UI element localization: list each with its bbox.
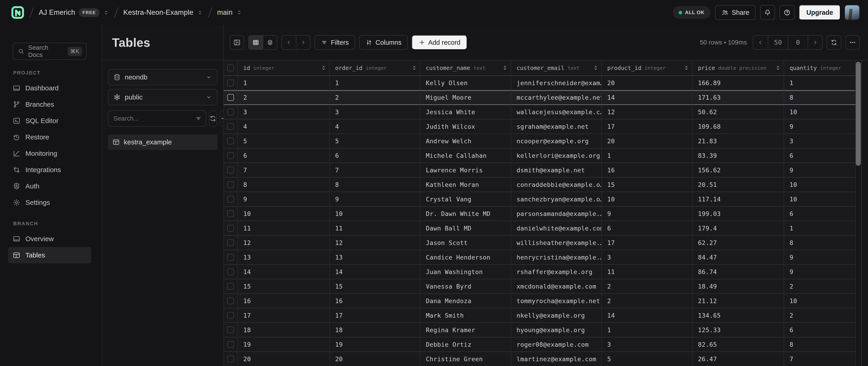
table-cell-order_id[interactable]: 13 — [330, 250, 421, 265]
row-checkbox[interactable] — [227, 138, 234, 144]
row-checkbox[interactable] — [227, 94, 234, 101]
sidebar-item-overview[interactable]: Overview — [8, 231, 91, 247]
table-cell-customer_name[interactable]: Regina Kramer — [421, 323, 511, 337]
table-cell-customer_email[interactable]: hyoung@example.org — [511, 323, 602, 337]
table-cell-customer_email[interactable]: ncooper@example.org — [511, 134, 602, 148]
table-cell-customer_email[interactable]: tommyrocha@example.net — [511, 294, 602, 308]
sidebar-item-tables[interactable]: Tables — [8, 247, 91, 263]
table-cell-id[interactable]: 5 — [238, 134, 330, 148]
table-cell-customer_name[interactable]: Candice Henderson — [421, 250, 511, 265]
table-cell-customer_email[interactable]: danielwhite@example.com — [511, 221, 602, 236]
row-checkbox[interactable] — [227, 298, 234, 304]
table-cell-quantity[interactable]: 1 — [784, 76, 856, 90]
table-cell-order_id[interactable]: 6 — [330, 148, 421, 163]
table-cell-product_id[interactable]: 2 — [602, 279, 692, 294]
sidebar-item-auth[interactable]: Auth — [8, 178, 91, 194]
table-cell-customer_email[interactable]: parsonsamanda@example.… — [511, 206, 602, 221]
scrollbar-track[interactable] — [861, 60, 862, 366]
prev-table-button[interactable] — [282, 36, 296, 49]
table-cell-product_id[interactable]: 3 — [602, 337, 692, 352]
table-cell-order_id[interactable]: 14 — [330, 265, 421, 279]
row-checkbox[interactable] — [227, 254, 234, 261]
database-select[interactable]: neondb — [108, 69, 217, 85]
table-cell-id[interactable]: 15 — [238, 279, 330, 294]
table-cell-customer_name[interactable]: Michele Callahan — [421, 148, 511, 163]
table-cell-id[interactable]: 12 — [238, 236, 330, 250]
row-checkbox[interactable] — [227, 356, 234, 362]
row-checkbox[interactable] — [227, 210, 234, 217]
select-all-checkbox[interactable] — [227, 64, 234, 71]
table-cell-product_id[interactable]: 1 — [602, 148, 692, 163]
table-cell-product_id[interactable]: 16 — [602, 163, 692, 177]
project-switcher-icon[interactable] — [197, 9, 203, 16]
next-table-button[interactable] — [296, 36, 310, 49]
notifications-button[interactable] — [760, 5, 775, 20]
table-cell-quantity[interactable]: 7 — [784, 352, 856, 366]
table-cell-price[interactable]: 134.65 — [692, 308, 784, 323]
sidebar-item-sql-editor[interactable]: SQL Editor — [8, 113, 91, 129]
table-cell-product_id[interactable]: 15 — [602, 177, 692, 192]
row-checkbox[interactable] — [227, 312, 234, 319]
row-checkbox[interactable] — [227, 239, 234, 246]
sort-icon[interactable] — [502, 65, 508, 71]
sort-icon[interactable] — [683, 65, 689, 71]
row-checkbox[interactable] — [227, 181, 234, 188]
table-cell-price[interactable]: 84.47 — [692, 250, 784, 265]
table-cell-product_id[interactable]: 20 — [602, 76, 692, 90]
table-cell-customer_name[interactable]: Dana Mendoza — [421, 294, 511, 308]
column-header-order_id[interactable]: order_idinteger — [330, 60, 421, 76]
table-cell-price[interactable]: 86.74 — [692, 265, 784, 279]
table-cell-product_id[interactable]: 17 — [602, 236, 692, 250]
row-checkbox[interactable] — [227, 196, 234, 202]
sort-icon[interactable] — [775, 65, 781, 71]
table-cell-price[interactable]: 171.63 — [692, 90, 784, 105]
table-cell-product_id[interactable]: 12 — [602, 105, 692, 119]
grid-view-button[interactable] — [249, 36, 263, 49]
table-cell-order_id[interactable]: 17 — [330, 308, 421, 323]
table-cell-quantity[interactable]: 8 — [784, 90, 856, 105]
table-cell-product_id[interactable]: 20 — [602, 134, 692, 148]
table-cell-product_id[interactable]: 2 — [602, 294, 692, 308]
table-cell-order_id[interactable]: 20 — [330, 352, 421, 366]
sort-icon[interactable] — [321, 65, 327, 71]
table-cell-quantity[interactable]: 8 — [784, 236, 856, 250]
row-checkbox[interactable] — [227, 123, 234, 130]
table-cell-price[interactable]: 166.89 — [692, 76, 784, 90]
sidebar-item-settings[interactable]: Settings — [8, 194, 91, 211]
table-cell-id[interactable]: 7 — [238, 163, 330, 177]
table-cell-price[interactable]: 21.83 — [692, 134, 784, 148]
row-checkbox[interactable] — [227, 225, 234, 232]
column-header-price[interactable]: pricedouble precision — [692, 60, 784, 76]
table-cell-customer_name[interactable]: Judith Wilcox — [421, 119, 511, 134]
table-cell-customer_email[interactable]: rshaffer@example.org — [511, 265, 602, 279]
table-cell-customer_email[interactable]: willisheather@example.… — [511, 236, 602, 250]
table-cell-price[interactable]: 109.68 — [692, 119, 784, 134]
table-cell-product_id[interactable]: 17 — [602, 119, 692, 134]
sort-icon[interactable] — [593, 65, 599, 71]
table-cell-price[interactable]: 62.27 — [692, 236, 784, 250]
table-cell-price[interactable]: 21.12 — [692, 294, 784, 308]
search-docs-button[interactable]: Search Docs ⌘K — [13, 43, 87, 60]
status-badge[interactable]: ALL OK — [673, 6, 710, 19]
row-checkbox[interactable] — [227, 327, 234, 333]
table-cell-price[interactable]: 199.03 — [692, 206, 784, 221]
table-cell-id[interactable]: 11 — [238, 221, 330, 236]
table-cell-product_id[interactable]: 3 — [602, 250, 692, 265]
table-cell-quantity[interactable]: 9 — [784, 119, 856, 134]
avatar[interactable] — [845, 5, 859, 20]
column-header-quantity[interactable]: quantityinteger — [784, 60, 856, 76]
table-cell-quantity[interactable]: 2 — [784, 279, 856, 294]
table-cell-quantity[interactable]: 6 — [784, 206, 856, 221]
table-cell-price[interactable]: 18.49 — [692, 279, 784, 294]
sidebar-item-integrations[interactable]: Integrations — [8, 162, 91, 178]
table-cell-quantity[interactable]: 10 — [784, 192, 856, 206]
table-list-item-kestra-example[interactable]: kestra_example — [108, 134, 217, 150]
table-cell-customer_name[interactable]: Mark Smith — [421, 308, 511, 323]
table-cell-price[interactable]: 20.51 — [692, 177, 784, 192]
table-cell-product_id[interactable]: 9 — [602, 206, 692, 221]
stack-view-button[interactable] — [263, 36, 277, 49]
table-cell-id[interactable]: 1 — [238, 76, 330, 90]
row-checkbox[interactable] — [227, 341, 234, 348]
table-cell-customer_email[interactable]: kellerlori@example.org — [511, 148, 602, 163]
table-cell-product_id[interactable]: 5 — [602, 352, 692, 366]
